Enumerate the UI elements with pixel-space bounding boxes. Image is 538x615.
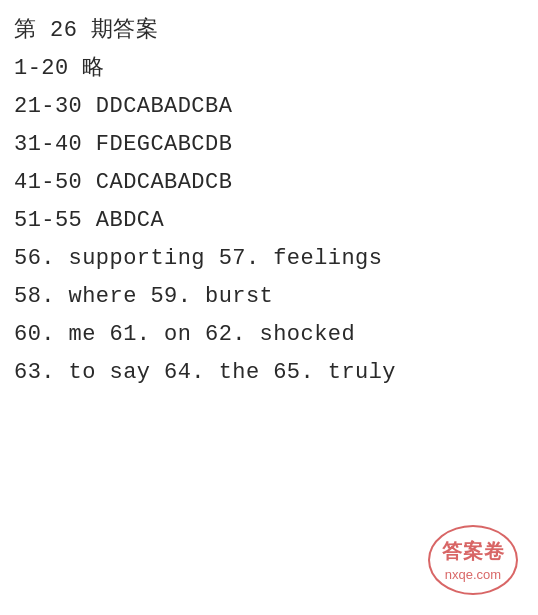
- line-31-40: 31-40 FDEGCABCDB: [14, 134, 524, 156]
- main-content: 第 26 期答案 1-20 略 21-30 DDCABADCBA 31-40 F…: [0, 0, 538, 410]
- watermark-top-text: 答案卷: [442, 538, 505, 565]
- line-41-50: 41-50 CADCABADCB: [14, 172, 524, 194]
- line-51-55: 51-55 ABDCA: [14, 210, 524, 232]
- line-60-62: 60. me 61. on 62. shocked: [14, 324, 524, 346]
- line-58-59: 58. where 59. burst: [14, 286, 524, 308]
- line-56-57: 56. supporting 57. feelings: [14, 248, 524, 270]
- watermark: 答案卷 nxqe.com: [418, 515, 528, 605]
- line-1-20: 1-20 略: [14, 58, 524, 80]
- line-63-65: 63. to say 64. the 65. truly: [14, 362, 524, 384]
- watermark-circle: 答案卷 nxqe.com: [428, 525, 518, 595]
- line-21-30: 21-30 DDCABADCBA: [14, 96, 524, 118]
- line-title: 第 26 期答案: [14, 20, 524, 42]
- watermark-bottom-text: nxqe.com: [445, 567, 501, 582]
